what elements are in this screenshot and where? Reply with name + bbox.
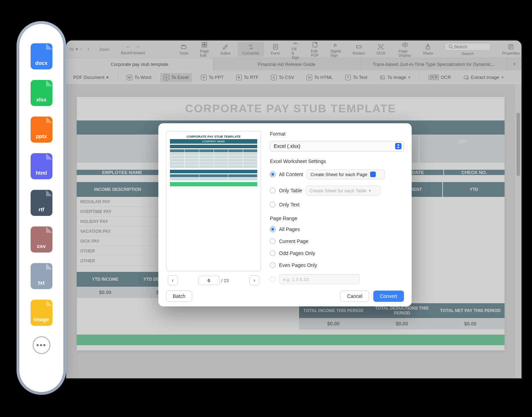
thumb-subtitle: COMPANY NAME	[170, 139, 257, 144]
format-txt[interactable]: txt	[31, 263, 52, 289]
radio-even-pages[interactable]	[270, 262, 276, 268]
radio-only-table[interactable]	[270, 188, 276, 193]
format-rtf[interactable]: rtf	[31, 190, 52, 216]
format-image[interactable]: image	[31, 300, 52, 326]
odd-pages-label: Odd Pages Only	[279, 250, 315, 256]
radio-current-page[interactable]	[270, 238, 276, 244]
checkbox-icon	[370, 172, 376, 177]
format-csv[interactable]: csv	[31, 226, 52, 253]
preview-thumbnail: CORPORATE PAY STUB TEMPLATE COMPANY NAME	[166, 131, 261, 271]
format-label: Format	[270, 131, 404, 137]
page-total-label: / 23	[221, 278, 229, 283]
format-sidebar: docx xlsx pptx html rtf csv txt image ••…	[19, 24, 63, 392]
format-pptx[interactable]: pptx	[31, 117, 52, 143]
format-html[interactable]: html	[31, 153, 52, 179]
all-pages-label: All Pages	[279, 226, 300, 232]
all-content-label: All Content	[279, 172, 303, 177]
only-text-label: Only Text	[279, 202, 299, 207]
preview-pane: CORPORATE PAY STUB TEMPLATE COMPANY NAME	[166, 131, 261, 285]
format-docx[interactable]: docx	[31, 43, 52, 69]
format-xlsx[interactable]: xlsx	[31, 80, 52, 106]
batch-button[interactable]: Batch	[166, 291, 192, 302]
only-table-sheet-select[interactable]: Create Sheet for each Table ▾	[306, 186, 380, 195]
even-pages-label: Even Pages Only	[279, 262, 317, 268]
next-page-button[interactable]: ›	[249, 275, 259, 285]
thumb-title: CORPORATE PAY STUB TEMPLATE	[170, 135, 257, 138]
all-content-sheet-select[interactable]: Create Sheet for each Page	[306, 169, 385, 179]
convert-button[interactable]: Convert	[373, 291, 404, 302]
current-page-label: Current Page	[279, 238, 308, 244]
radio-custom-range[interactable]	[270, 276, 276, 282]
page-range-title: Page Range	[270, 216, 404, 221]
dialog-footer: Batch Cancel Convert	[166, 291, 404, 302]
cancel-button[interactable]: Cancel	[340, 291, 369, 302]
format-value: Excel (.xlsx)	[274, 143, 300, 149]
settings-pane: Format Excel (.xlsx) Excel Worksheet Set…	[270, 131, 404, 285]
only-table-label: Only Table	[279, 188, 302, 193]
radio-all-content[interactable]	[270, 172, 276, 177]
radio-all-pages[interactable]	[270, 226, 276, 232]
format-select[interactable]: Excel (.xlsx)	[270, 141, 404, 151]
select-value: Create Sheet for each Page	[310, 172, 367, 177]
chevron-down-icon: ▾	[369, 188, 371, 193]
custom-range-input[interactable]	[279, 274, 360, 284]
prev-page-button[interactable]: ‹	[168, 275, 178, 285]
select-caret-icon	[395, 143, 401, 149]
radio-odd-pages[interactable]	[270, 250, 276, 256]
select-value: Create Sheet for each Table	[310, 188, 367, 193]
page-number-input[interactable]	[198, 276, 220, 285]
convert-dialog: CORPORATE PAY STUB TEMPLATE COMPANY NAME	[158, 123, 412, 306]
radio-only-text[interactable]	[270, 202, 276, 207]
worksheet-settings-title: Excel Worksheet Settings	[270, 158, 404, 164]
thumbnail-nav: ‹ / 23 ›	[166, 275, 261, 285]
more-formats-button[interactable]: •••	[33, 336, 50, 354]
